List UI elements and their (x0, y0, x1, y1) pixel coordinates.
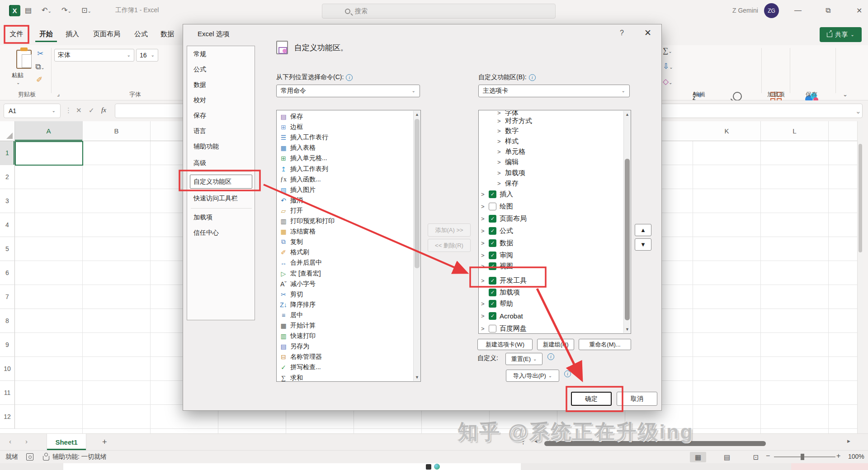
clear-icon[interactable]: ◇⌄ (663, 77, 672, 86)
enter-entry-icon[interactable]: ✓ (89, 106, 94, 114)
sheet-tab-sheet1[interactable]: Sheet1 (47, 434, 86, 450)
next-sheet-icon[interactable]: › (25, 437, 28, 445)
command-item[interactable]: ∑求和 (277, 373, 499, 383)
paste-button[interactable]: 粘贴 ⌄ (6, 47, 29, 86)
chevron-right-icon[interactable]: > (497, 180, 502, 187)
checked-checkbox[interactable]: ✓ (489, 239, 496, 247)
checked-checkbox[interactable]: ✓ (489, 215, 496, 223)
remove-button[interactable]: << 删除(R) (428, 239, 471, 252)
ribbon-tab-2[interactable]: 开始 (35, 26, 57, 42)
checked-checkbox[interactable]: ✓ (489, 252, 496, 259)
chevron-right-icon[interactable]: > (481, 277, 486, 284)
main-tab-item[interactable]: >✓插入 (481, 189, 513, 199)
save-icon[interactable]: ▤ (25, 6, 32, 15)
row-header-6[interactable]: 6 (0, 261, 15, 285)
move-down-button[interactable]: ▼ (635, 238, 651, 251)
chevron-right-icon[interactable]: > (497, 128, 502, 134)
add-sheet-icon[interactable]: + (102, 437, 107, 447)
tab-group-item[interactable]: >保存 (497, 178, 519, 189)
restore-button[interactable]: ⧉ (826, 6, 830, 14)
page-break-view-icon[interactable]: ⊡ (748, 452, 764, 462)
vertical-scrollbar-thumb[interactable] (859, 144, 862, 252)
checked-checkbox[interactable]: ✓ (489, 190, 496, 198)
zoom-slider-thumb[interactable] (801, 454, 804, 460)
chevron-right-icon[interactable]: > (481, 325, 486, 332)
command-item[interactable]: ▦插入表格 (277, 142, 499, 153)
sidebar-item-2[interactable]: 公式 (193, 64, 206, 75)
sidebar-item-10[interactable]: 快速访问工具栏 (193, 193, 238, 204)
chevron-right-icon[interactable]: > (497, 118, 502, 124)
cancel-button[interactable]: 取消 (617, 392, 657, 406)
command-item[interactable]: Z↓降序排序 (277, 299, 499, 310)
tabs-scrollbar[interactable]: ▲ ▼ (623, 111, 631, 333)
command-item[interactable]: ⊟名称管理器 (277, 351, 499, 362)
tab-group-item[interactable]: >单元格 (497, 146, 525, 157)
scroll-right-icon[interactable]: ► (846, 438, 851, 444)
tab-group-item[interactable]: >数字 (497, 125, 519, 136)
undo-icon[interactable]: ↶⌄ (42, 6, 52, 15)
sidebar-item-3[interactable]: 数据 (193, 80, 206, 90)
row-header-5[interactable]: 5 (0, 237, 15, 261)
page-layout-view-icon[interactable]: ▤ (719, 452, 735, 462)
rename-button[interactable]: 重命名(M)... (579, 339, 631, 350)
redo-icon[interactable]: ↷⌄ (61, 6, 71, 15)
avatar[interactable]: ZG (764, 3, 779, 18)
command-item[interactable]: ✂剪切 (277, 289, 499, 299)
command-item[interactable]: ⊞插入单元格... (277, 153, 499, 163)
reset-button[interactable]: 重置(E)⌄ (505, 353, 542, 365)
chevron-right-icon[interactable]: > (481, 313, 486, 319)
column-header-K[interactable]: K (693, 121, 761, 141)
touch-mode-icon[interactable]: ⊡⌄ (81, 6, 91, 15)
main-tab-item[interactable]: >✓公式 (481, 225, 513, 236)
checked-checkbox[interactable]: ✓ (489, 312, 496, 320)
tab-group-item[interactable]: >编辑 (497, 157, 519, 167)
zoom-in-icon[interactable]: + (836, 452, 840, 460)
main-tab-item[interactable]: >✓审阅 (481, 250, 513, 261)
macro-record-icon[interactable] (26, 453, 33, 461)
command-item[interactable]: ▱打开 (277, 205, 499, 216)
vertical-scrollbar[interactable] (857, 121, 863, 433)
command-item[interactable]: ↔合并后居中 (277, 257, 499, 268)
main-tabs-listbox[interactable]: ▲ ▼ >字体>对齐方式>数字>样式>单元格>编辑>加载项>保存>✓插入>绘图>… (478, 110, 631, 334)
row-header-4[interactable]: 4 (0, 213, 15, 237)
row-header-8[interactable]: 8 (0, 309, 15, 333)
insert-function-icon[interactable]: fx (101, 106, 106, 114)
normal-view-icon[interactable]: ▦ (690, 452, 706, 462)
font-name-combo[interactable]: 宋体⌄ (54, 49, 134, 62)
command-item[interactable]: ✓拼写检查... (277, 362, 499, 372)
command-item[interactable]: ▦开始计算 (277, 320, 499, 331)
dialog-close-icon[interactable]: ✕ (644, 28, 651, 38)
main-tab-item[interactable]: >✓Acrobat (481, 310, 523, 321)
command-item[interactable]: ↶撤消 (277, 195, 499, 205)
zoom-slider-track[interactable] (774, 456, 835, 457)
chevron-right-icon[interactable]: > (497, 148, 502, 155)
checked-checkbox[interactable]: ✓ (489, 262, 496, 270)
main-tab-item[interactable]: >✓数据 (481, 237, 513, 248)
commands-listbox[interactable]: ▲ ▼ ▤保存⊞边框›☰插入工作表行▦插入表格⊞插入单元格...↥插入工作表列ƒ… (276, 110, 421, 382)
command-item[interactable]: ☰插入工作表行 (277, 132, 499, 142)
command-item[interactable]: Aˇ减小字号 (277, 279, 499, 289)
autosum-icon[interactable]: ∑⌄ (663, 46, 672, 55)
sidebar-item-12[interactable]: 信任中心 (193, 228, 219, 238)
row-header-10[interactable]: 10 (0, 357, 15, 381)
chevron-right-icon[interactable]: > (481, 215, 486, 222)
share-button[interactable]: 共享⌄ (820, 27, 862, 42)
account-name[interactable]: Z Gemini (732, 7, 758, 14)
chevron-right-icon[interactable]: > (481, 240, 486, 247)
font-size-combo[interactable]: 16⌄ (136, 49, 158, 62)
ribbon-tab-5[interactable]: 公式 (131, 26, 151, 42)
search-input[interactable]: 搜索 (322, 4, 556, 19)
tab-group-item[interactable]: >样式 (497, 136, 519, 147)
sidebar-item-11[interactable]: 加载项 (193, 212, 212, 223)
chevron-right-icon[interactable]: > (481, 252, 486, 259)
chevron-right-icon[interactable]: > (481, 263, 486, 270)
main-tab-item[interactable]: >✓开发工具 (481, 275, 527, 286)
new-group-button[interactable]: 新建组(N) (537, 339, 574, 350)
chevron-right-icon[interactable]: > (481, 203, 486, 210)
collapse-ribbon-icon[interactable]: ⌄ (843, 91, 848, 97)
checked-checkbox[interactable]: ✓ (489, 227, 496, 235)
main-tab-item[interactable]: >✓帮助 (481, 298, 513, 309)
row-header-9[interactable]: 9 (0, 333, 15, 357)
main-tab-item[interactable]: ✓加载项 (481, 287, 520, 298)
command-item[interactable]: ⊞边框 (277, 122, 499, 132)
